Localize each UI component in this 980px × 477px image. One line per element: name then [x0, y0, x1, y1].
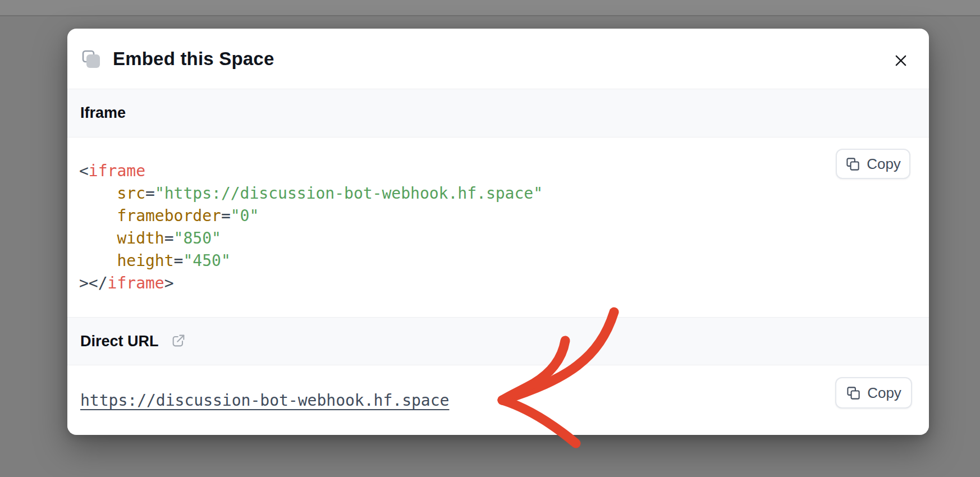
copy-iframe-code-button[interactable]: Copy	[836, 149, 910, 179]
code-indent	[79, 251, 117, 270]
copy-button-label: Copy	[867, 155, 901, 173]
code-token: width	[117, 229, 164, 247]
code-line: frameborder="0"	[79, 205, 828, 227]
code-token: <	[79, 162, 89, 180]
copy-direct-url-button[interactable]: Copy	[835, 377, 912, 409]
code-token: iframe	[89, 162, 145, 180]
code-indent	[79, 184, 117, 203]
direct-url-link[interactable]: https://discussion-bot-webhook.hf.space	[80, 391, 449, 410]
code-token: frameborder	[117, 207, 221, 225]
dialog-title: Embed this Space	[113, 48, 274, 70]
code-token: "https://discussion-bot-webhook.hf.space…	[155, 184, 543, 203]
direct-url-section-header: Direct URL	[67, 317, 929, 365]
spaces-copy-icon	[82, 50, 101, 69]
code-token: ></	[79, 274, 108, 292]
iframe-heading: Iframe	[80, 104, 126, 122]
code-line: height="450"	[79, 250, 828, 272]
iframe-code-section: <iframe src="https://discussion-bot-webh…	[67, 137, 929, 317]
code-token: >	[164, 274, 174, 292]
dimmed-page-top-strip	[0, 0, 980, 16]
code-line: src="https://discussion-bot-webhook.hf.s…	[79, 182, 828, 205]
code-line: <iframe	[79, 160, 828, 182]
external-link-icon[interactable]	[171, 333, 186, 351]
code-token: =	[145, 184, 155, 203]
code-token: =	[174, 251, 184, 270]
code-token: =	[221, 207, 231, 225]
close-button[interactable]	[890, 51, 912, 73]
code-token: height	[117, 251, 173, 270]
dialog-header: Embed this Space	[67, 29, 929, 89]
code-token: =	[164, 229, 174, 247]
code-line: width="850"	[79, 227, 828, 250]
screen: Embed this Space Iframe <iframe src="htt…	[0, 0, 980, 477]
copy-icon	[846, 386, 861, 401]
close-icon	[892, 52, 909, 71]
code-token: "850"	[174, 229, 221, 247]
code-indent	[79, 207, 117, 225]
code-token: src	[117, 184, 145, 203]
code-token: iframe	[108, 274, 164, 292]
direct-url-row: https://discussion-bot-webhook.hf.space	[67, 365, 929, 435]
iframe-embed-code: <iframe src="https://discussion-bot-webh…	[67, 137, 929, 295]
copy-button-label: Copy	[867, 384, 901, 402]
code-indent	[79, 229, 117, 247]
direct-url-heading: Direct URL	[80, 333, 159, 350]
code-token: "450"	[183, 251, 230, 270]
copy-icon	[845, 157, 860, 172]
code-line: ></iframe>	[79, 272, 828, 295]
iframe-section-header: Iframe	[67, 89, 929, 137]
code-token: "0"	[231, 207, 259, 225]
embed-space-dialog: Embed this Space Iframe <iframe src="htt…	[67, 29, 929, 435]
